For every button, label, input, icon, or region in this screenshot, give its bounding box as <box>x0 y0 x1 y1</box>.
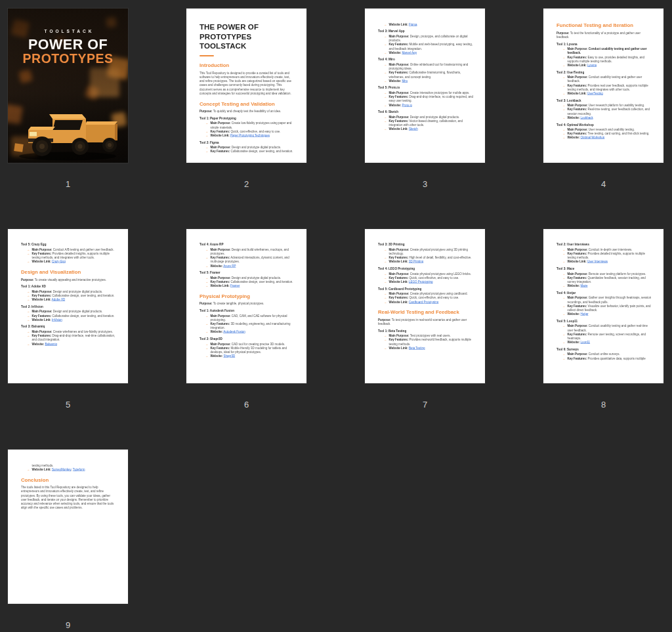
list-item: →Website Link: Framer <box>200 284 295 287</box>
page-thumbnail-8[interactable]: Tool 2: User Interviews→Main Purpose: Co… <box>543 229 663 383</box>
section-heading: Conclusion <box>21 476 117 482</box>
list-item-label: Main Purpose: <box>32 248 52 251</box>
list-item-label: Key Features: <box>389 119 409 123</box>
page-content: testing methods.→Website Link: SurveyMon… <box>8 450 128 604</box>
cover-title-line2: PROTOTYPES <box>8 53 128 66</box>
list-item: →Website: Loop11 <box>556 340 652 344</box>
website-link[interactable]: Figma <box>409 23 417 26</box>
page-thumbnail-9[interactable]: testing methods.→Website Link: SurveyMon… <box>8 450 128 604</box>
arrow-bullet-icon: → <box>205 284 211 287</box>
list-item-label: Key Features: <box>389 43 409 46</box>
website-link[interactable]: Marvel App <box>402 51 417 54</box>
list-item-label: Key Features: <box>568 108 587 111</box>
list-item-text: Website Link: InVision <box>32 318 117 322</box>
arrow-bullet-icon: → <box>27 251 32 259</box>
tool-heading: Tool 4: Miro <box>378 58 474 61</box>
website-link[interactable]: User Interviews <box>587 260 608 263</box>
website-link[interactable]: Adobe XD <box>52 298 66 301</box>
list-item: →Website: Proto.io <box>378 103 474 107</box>
arrow-bullet-icon: → <box>562 63 568 67</box>
arrow-bullet-icon: → <box>384 280 389 284</box>
cover-kicker: TOOLSTACK <box>8 29 128 34</box>
website-link[interactable]: SurveyMonkey <box>52 468 71 471</box>
arrow-bullet-icon: → <box>27 467 32 471</box>
tool-heading: Tool 6: Surveys <box>556 348 652 351</box>
arrow-bullet-icon: → <box>27 333 32 341</box>
page-cell: THE POWER OF PROTOTYPES TOOLSTACKIntrodu… <box>186 9 306 229</box>
arrow-bullet-icon: → <box>562 304 568 312</box>
website-link[interactable]: Shapr3D <box>223 354 235 358</box>
website-link[interactable]: Miro <box>402 79 408 83</box>
page-number-label: 5 <box>8 383 128 450</box>
list-item: →Main Purpose: CAD, CAM, and CAE softwar… <box>200 314 295 322</box>
page-number-label: 8 <box>543 383 663 450</box>
page-thumbnail-6[interactable]: Tool 4: Axure RP→Main Purpose: Design an… <box>186 229 306 383</box>
page-thumbnail-2[interactable]: THE POWER OF PROTOTYPES TOOLSTACKIntrodu… <box>186 9 306 163</box>
list-item-label: Main Purpose: <box>211 276 231 280</box>
list-item-label: Main Purpose: <box>389 63 410 66</box>
list-item: →Main Purpose: Design and build wirefram… <box>200 247 295 255</box>
arrow-bullet-icon: → <box>562 251 568 259</box>
page-thumbnail-4[interactable]: Functional Testing and IterationPurpose:… <box>543 9 663 163</box>
tool-heading: Tool 1: Beta Testing <box>378 329 474 332</box>
list-item-label: Main Purpose: <box>211 314 231 317</box>
website-link[interactable]: InVision <box>52 318 62 322</box>
tool-heading: Tool 2: InVision <box>21 305 117 308</box>
website-link[interactable]: Beta Testing <box>409 347 425 350</box>
list-item: →Key Features: Mobile-friendly 3D modeli… <box>200 346 295 354</box>
website-link[interactable]: Cardboard Prototyping <box>409 300 438 303</box>
list-item: →Website: Hotjar <box>556 312 652 316</box>
website-link[interactable]: LEGO Prototyping <box>409 280 433 284</box>
tool-heading: Tool 4: Optimal Workshop <box>556 123 652 126</box>
list-item-text: Website: Loop11 <box>568 340 653 344</box>
page-thumbnail-3[interactable]: →Website Link: FigmaTool 3: Marvel App→M… <box>365 9 485 163</box>
list-item-label: Main Purpose: <box>389 292 410 295</box>
tool-heading: Tool 2: User Interviews <box>556 243 652 246</box>
list-item: →Website Link: User Interviews <box>556 260 652 264</box>
toy-truck-illustration <box>9 96 127 162</box>
website-link[interactable]: Axure RP <box>223 264 236 267</box>
list-item-label: Website: <box>389 103 402 106</box>
arrow-bullet-icon: → <box>562 276 568 284</box>
website-link[interactable]: 3D Printing <box>409 260 423 263</box>
website-link[interactable]: Paper Prototyping Techniques <box>230 134 270 137</box>
website-link[interactable]: Autodesk Fusion <box>223 330 245 333</box>
website-link[interactable]: Crazy Egg <box>52 260 66 263</box>
tool-heading: Tool 5: Framer <box>200 271 295 274</box>
page-thumbnail-7[interactable]: Tool 3: 3D Printing→Main Purpose: Create… <box>365 229 485 383</box>
arrow-bullet-icon: → <box>562 116 568 119</box>
arrow-bullet-icon: → <box>562 324 568 332</box>
list-item-label: Key Features: <box>211 322 230 326</box>
list-item-text: Main Purpose: Design and build wireframe… <box>211 247 296 255</box>
list-item-text: Key Features: Visualize user behavior, i… <box>568 304 653 312</box>
website-link[interactable]: Balsamiq <box>45 342 57 345</box>
arrow-bullet-icon: → <box>562 47 568 54</box>
list-item: →Website Link: Figma <box>378 22 474 26</box>
website-link[interactable]: Maze <box>580 284 587 287</box>
website-link[interactable]: UserTesting <box>587 92 603 95</box>
section-heading: Concept Testing and Validation <box>200 100 295 106</box>
page-thumbnail-5[interactable]: Tool 5: Crazy Egg→Main Purpose: Conduct … <box>8 229 128 383</box>
list-item-label: Website Link: <box>389 280 408 284</box>
website-link[interactable]: Loop11 <box>580 341 590 344</box>
website-link[interactable]: Sketch <box>409 127 418 131</box>
website-link[interactable]: Lyssna <box>587 64 597 67</box>
list-item: →Key Features: Drag-and-drop interface, … <box>21 333 117 341</box>
tool-heading: Tool 2: Figma <box>200 140 295 144</box>
list-item: →Key Features: Provides detailed insight… <box>21 251 117 259</box>
tool-heading: Tool 6: Sketch <box>378 110 474 114</box>
page-thumbnail-1[interactable]: TOOLSTACK POWER OF PROTOTYPES <box>8 9 128 163</box>
list-item-label: Key Features: <box>32 334 52 337</box>
list-item-label: Main Purpose: <box>211 342 231 345</box>
list-item-label: Website Link: <box>211 134 230 137</box>
website-link[interactable]: Framer <box>230 284 240 287</box>
list-item-text: Website: Hotjar <box>568 312 653 316</box>
website-link[interactable]: Typeform <box>73 468 85 471</box>
list-item-label: Main Purpose: <box>568 248 588 251</box>
website-link[interactable]: Optimal Workshop <box>580 136 604 139</box>
website-link[interactable]: Proto.io <box>402 103 412 106</box>
list-item-text: Website Link: Lyssna <box>568 63 653 67</box>
website-link[interactable]: Lookback <box>580 116 593 119</box>
website-link[interactable]: Hotjar <box>580 312 588 316</box>
list-item-label: Main Purpose: <box>568 47 588 51</box>
